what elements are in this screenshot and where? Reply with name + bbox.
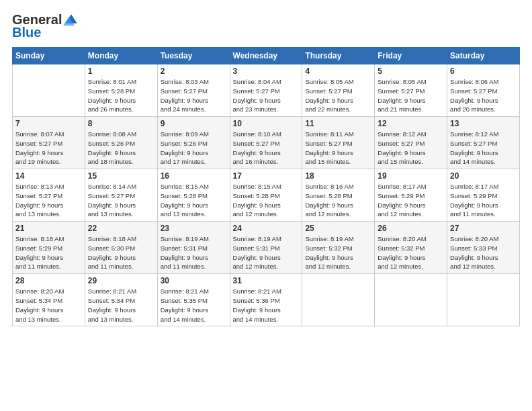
- day-info: Sunrise: 8:12 AMSunset: 5:27 PMDaylight:…: [378, 130, 444, 167]
- calendar-cell: 31Sunrise: 8:21 AMSunset: 5:36 PMDayligh…: [230, 274, 302, 326]
- day-number: 13: [450, 119, 517, 128]
- page: General Blue SundayMondayTuesdayWednesda…: [0, 0, 532, 411]
- day-info: Sunrise: 8:13 AMSunset: 5:27 PMDaylight:…: [15, 182, 82, 219]
- day-info: Sunrise: 8:06 AMSunset: 5:27 PMDaylight:…: [450, 77, 517, 114]
- day-number: 5: [378, 66, 444, 76]
- day-number: 7: [15, 119, 82, 128]
- calendar-body: 1Sunrise: 8:01 AMSunset: 5:28 PMDaylight…: [13, 64, 520, 326]
- day-number: 11: [305, 119, 371, 128]
- calendar-cell: 30Sunrise: 8:21 AMSunset: 5:35 PMDayligh…: [157, 274, 230, 326]
- day-info: Sunrise: 8:20 AMSunset: 5:34 PMDaylight:…: [15, 287, 82, 324]
- day-number: 23: [161, 224, 227, 233]
- logo-icon: [63, 11, 79, 27]
- weekday-header-monday: Monday: [85, 48, 157, 64]
- calendar-cell: 16Sunrise: 8:15 AMSunset: 5:28 PMDayligh…: [157, 169, 230, 222]
- day-number: 30: [161, 276, 227, 285]
- calendar-week-2: 7Sunrise: 8:07 AMSunset: 5:27 PMDaylight…: [13, 117, 520, 169]
- calendar-cell: 25Sunrise: 8:19 AMSunset: 5:32 PMDayligh…: [302, 222, 375, 274]
- day-number: 12: [378, 119, 444, 128]
- day-info: Sunrise: 8:09 AMSunset: 5:26 PMDaylight:…: [161, 130, 227, 167]
- calendar-cell: 5Sunrise: 8:05 AMSunset: 5:27 PMDaylight…: [375, 64, 447, 117]
- day-info: Sunrise: 8:11 AMSunset: 5:27 PMDaylight:…: [305, 130, 371, 167]
- day-info: Sunrise: 8:01 AMSunset: 5:28 PMDaylight:…: [88, 77, 154, 114]
- day-number: 1: [88, 66, 154, 76]
- calendar-cell: 4Sunrise: 8:05 AMSunset: 5:27 PMDaylight…: [302, 64, 375, 117]
- calendar-cell: 12Sunrise: 8:12 AMSunset: 5:27 PMDayligh…: [375, 117, 447, 169]
- calendar-cell: 7Sunrise: 8:07 AMSunset: 5:27 PMDaylight…: [13, 117, 85, 169]
- calendar-cell: 21Sunrise: 8:18 AMSunset: 5:29 PMDayligh…: [13, 222, 85, 274]
- weekday-header-saturday: Saturday: [447, 48, 520, 64]
- day-number: 3: [233, 66, 300, 76]
- day-number: 31: [233, 276, 300, 285]
- day-number: 26: [378, 224, 444, 233]
- calendar-cell: [302, 274, 375, 326]
- calendar-week-4: 21Sunrise: 8:18 AMSunset: 5:29 PMDayligh…: [13, 222, 520, 274]
- day-number: 27: [450, 224, 517, 233]
- day-number: 28: [15, 276, 82, 285]
- calendar-cell: 26Sunrise: 8:20 AMSunset: 5:32 PMDayligh…: [375, 222, 447, 274]
- calendar-cell: 6Sunrise: 8:06 AMSunset: 5:27 PMDaylight…: [447, 64, 520, 117]
- weekday-header-tuesday: Tuesday: [157, 48, 230, 64]
- day-info: Sunrise: 8:10 AMSunset: 5:27 PMDaylight:…: [233, 130, 300, 167]
- calendar-cell: 18Sunrise: 8:16 AMSunset: 5:28 PMDayligh…: [302, 169, 375, 222]
- day-number: 20: [450, 171, 517, 181]
- header: General Blue: [12, 12, 520, 40]
- day-info: Sunrise: 8:17 AMSunset: 5:29 PMDaylight:…: [378, 182, 444, 219]
- calendar-cell: 19Sunrise: 8:17 AMSunset: 5:29 PMDayligh…: [375, 169, 447, 222]
- day-number: 22: [88, 224, 154, 233]
- day-info: Sunrise: 8:16 AMSunset: 5:28 PMDaylight:…: [305, 182, 371, 219]
- day-number: 4: [305, 66, 371, 76]
- day-info: Sunrise: 8:19 AMSunset: 5:32 PMDaylight:…: [305, 234, 371, 271]
- logo: General Blue: [12, 12, 79, 40]
- day-info: Sunrise: 8:05 AMSunset: 5:27 PMDaylight:…: [378, 77, 444, 114]
- calendar-cell: 28Sunrise: 8:20 AMSunset: 5:34 PMDayligh…: [13, 274, 85, 326]
- weekday-header-wednesday: Wednesday: [230, 48, 302, 64]
- calendar-cell: 15Sunrise: 8:14 AMSunset: 5:27 PMDayligh…: [85, 169, 157, 222]
- day-number: 21: [15, 224, 82, 233]
- calendar-cell: 24Sunrise: 8:19 AMSunset: 5:31 PMDayligh…: [230, 222, 302, 274]
- calendar-cell: 20Sunrise: 8:17 AMSunset: 5:29 PMDayligh…: [447, 169, 520, 222]
- calendar-cell: 9Sunrise: 8:09 AMSunset: 5:26 PMDaylight…: [157, 117, 230, 169]
- day-info: Sunrise: 8:19 AMSunset: 5:31 PMDaylight:…: [233, 234, 300, 271]
- day-info: Sunrise: 8:14 AMSunset: 5:27 PMDaylight:…: [88, 182, 154, 219]
- day-number: 14: [15, 171, 82, 181]
- calendar-cell: [13, 64, 85, 117]
- day-info: Sunrise: 8:15 AMSunset: 5:28 PMDaylight:…: [233, 182, 300, 219]
- day-info: Sunrise: 8:21 AMSunset: 5:36 PMDaylight:…: [233, 287, 300, 324]
- calendar-cell: 2Sunrise: 8:03 AMSunset: 5:27 PMDaylight…: [157, 64, 230, 117]
- day-number: 19: [378, 171, 444, 181]
- calendar-cell: 29Sunrise: 8:21 AMSunset: 5:34 PMDayligh…: [85, 274, 157, 326]
- day-info: Sunrise: 8:20 AMSunset: 5:32 PMDaylight:…: [378, 234, 444, 271]
- calendar-cell: [447, 274, 520, 326]
- day-info: Sunrise: 8:08 AMSunset: 5:26 PMDaylight:…: [88, 130, 154, 167]
- calendar-cell: 13Sunrise: 8:12 AMSunset: 5:27 PMDayligh…: [447, 117, 520, 169]
- calendar-cell: 11Sunrise: 8:11 AMSunset: 5:27 PMDayligh…: [302, 117, 375, 169]
- calendar-header-row: SundayMondayTuesdayWednesdayThursdayFrid…: [13, 48, 520, 64]
- day-info: Sunrise: 8:17 AMSunset: 5:29 PMDaylight:…: [450, 182, 517, 219]
- day-info: Sunrise: 8:18 AMSunset: 5:30 PMDaylight:…: [88, 234, 154, 271]
- day-info: Sunrise: 8:07 AMSunset: 5:27 PMDaylight:…: [15, 130, 82, 167]
- day-number: 15: [88, 171, 154, 181]
- day-info: Sunrise: 8:18 AMSunset: 5:29 PMDaylight:…: [15, 234, 82, 271]
- calendar-cell: 14Sunrise: 8:13 AMSunset: 5:27 PMDayligh…: [13, 169, 85, 222]
- calendar-cell: 1Sunrise: 8:01 AMSunset: 5:28 PMDaylight…: [85, 64, 157, 117]
- day-info: Sunrise: 8:15 AMSunset: 5:28 PMDaylight:…: [161, 182, 227, 219]
- day-info: Sunrise: 8:21 AMSunset: 5:34 PMDaylight:…: [88, 287, 154, 324]
- calendar-cell: 22Sunrise: 8:18 AMSunset: 5:30 PMDayligh…: [85, 222, 157, 274]
- day-info: Sunrise: 8:20 AMSunset: 5:33 PMDaylight:…: [450, 234, 517, 271]
- calendar-cell: 17Sunrise: 8:15 AMSunset: 5:28 PMDayligh…: [230, 169, 302, 222]
- day-number: 9: [161, 119, 227, 128]
- day-info: Sunrise: 8:21 AMSunset: 5:35 PMDaylight:…: [161, 287, 227, 324]
- calendar-week-1: 1Sunrise: 8:01 AMSunset: 5:28 PMDaylight…: [13, 64, 520, 117]
- calendar: SundayMondayTuesdayWednesdayThursdayFrid…: [12, 47, 520, 326]
- calendar-cell: 10Sunrise: 8:10 AMSunset: 5:27 PMDayligh…: [230, 117, 302, 169]
- calendar-week-5: 28Sunrise: 8:20 AMSunset: 5:34 PMDayligh…: [13, 274, 520, 326]
- calendar-cell: [375, 274, 447, 326]
- day-number: 24: [233, 224, 300, 233]
- day-number: 6: [450, 66, 517, 76]
- weekday-header-friday: Friday: [375, 48, 447, 64]
- calendar-cell: 3Sunrise: 8:04 AMSunset: 5:27 PMDaylight…: [230, 64, 302, 117]
- day-info: Sunrise: 8:12 AMSunset: 5:27 PMDaylight:…: [450, 130, 517, 167]
- weekday-header-thursday: Thursday: [302, 48, 375, 64]
- day-info: Sunrise: 8:03 AMSunset: 5:27 PMDaylight:…: [161, 77, 227, 114]
